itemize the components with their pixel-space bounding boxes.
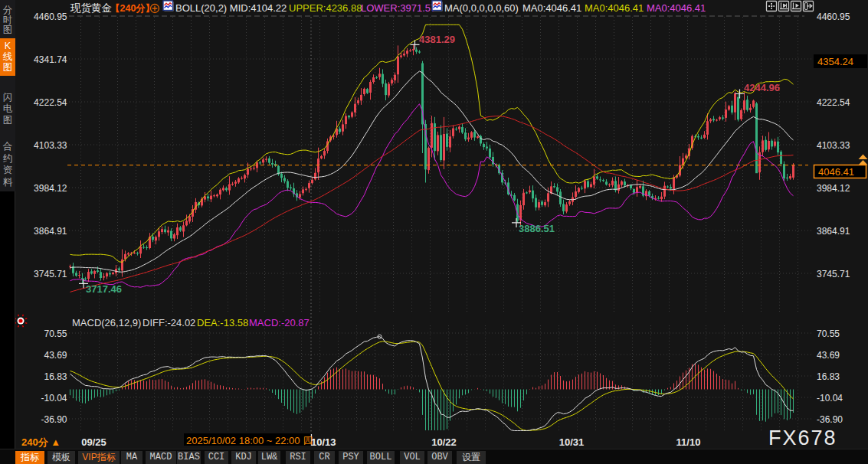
svg-text:4460.95: 4460.95 [34, 11, 67, 22]
svg-text:4354.24: 4354.24 [817, 56, 853, 67]
svg-text:4103.33: 4103.33 [34, 140, 67, 151]
svg-text:4103.33: 4103.33 [817, 140, 850, 151]
svg-text:10/31: 10/31 [559, 436, 585, 448]
svg-text:UPPER:4236.88: UPPER:4236.88 [289, 2, 362, 14]
svg-text:-36.90: -36.90 [41, 414, 67, 425]
svg-text:3745.71: 3745.71 [34, 269, 67, 279]
svg-text:09/25: 09/25 [81, 436, 106, 448]
svg-text:BOLL(20,2) MID:4104.22: BOLL(20,2) MID:4104.22 [175, 2, 287, 14]
svg-text:4381.29: 4381.29 [419, 34, 455, 45]
svg-text:现货黄金: 现货黄金 [70, 2, 112, 14]
svg-text:-10.04: -10.04 [817, 393, 843, 404]
svg-text:240分 ▲: 240分 ▲ [21, 436, 61, 448]
svg-text:MA0:4046.41: MA0:4046.41 [522, 2, 581, 14]
svg-text:MA0:4046.41: MA0:4046.41 [647, 2, 706, 14]
svg-text:4046.41: 4046.41 [818, 166, 854, 178]
svg-text:4222.54: 4222.54 [817, 97, 850, 108]
svg-text:3864.91: 3864.91 [34, 226, 67, 237]
svg-text:MACD:-20.87: MACD:-20.87 [249, 317, 310, 328]
svg-text:3864.91: 3864.91 [817, 226, 850, 237]
svg-text:11/10: 11/10 [676, 436, 701, 448]
svg-text:MA0:4046.41: MA0:4046.41 [585, 2, 644, 14]
svg-text:DIFF:-24.02: DIFF:-24.02 [142, 317, 195, 328]
svg-text:DEA:-13.58: DEA:-13.58 [197, 317, 248, 328]
svg-text:10/13: 10/13 [311, 436, 336, 448]
svg-text:【240分】: 【240分】 [110, 3, 155, 14]
svg-text:-10.04: -10.04 [41, 393, 67, 404]
svg-text:43.69: 43.69 [817, 350, 840, 361]
svg-text:43.69: 43.69 [44, 350, 67, 361]
svg-text:3745.71: 3745.71 [817, 269, 850, 279]
svg-text:4222.54: 4222.54 [34, 97, 67, 108]
svg-text:70.55: 70.55 [44, 328, 67, 339]
svg-text:10/22: 10/22 [431, 436, 457, 448]
svg-text:3984.12: 3984.12 [817, 183, 850, 194]
svg-text:3984.12: 3984.12 [34, 183, 67, 194]
svg-text:4244.96: 4244.96 [744, 82, 780, 93]
svg-text:4341.74: 4341.74 [34, 54, 67, 65]
svg-text:4460.95: 4460.95 [817, 11, 850, 22]
svg-text:MA(0,0,0,0,0,60): MA(0,0,0,0,0,60) [444, 2, 519, 14]
svg-text:3886.51: 3886.51 [519, 223, 555, 234]
svg-text:70.55: 70.55 [817, 328, 840, 339]
svg-text:16.83: 16.83 [817, 371, 840, 382]
svg-text:-36.90: -36.90 [817, 414, 843, 425]
svg-text:FX678: FX678 [768, 426, 837, 449]
svg-text:16.83: 16.83 [44, 371, 67, 382]
svg-text:LOWER:3971.57: LOWER:3971.57 [361, 2, 436, 14]
svg-text:3717.46: 3717.46 [86, 283, 122, 295]
svg-text:2025/10/02 18:00 ~ 22:00 四: 2025/10/02 18:00 ~ 22:00 四 [186, 435, 313, 446]
svg-text:MACD(26,12,9): MACD(26,12,9) [72, 317, 141, 328]
